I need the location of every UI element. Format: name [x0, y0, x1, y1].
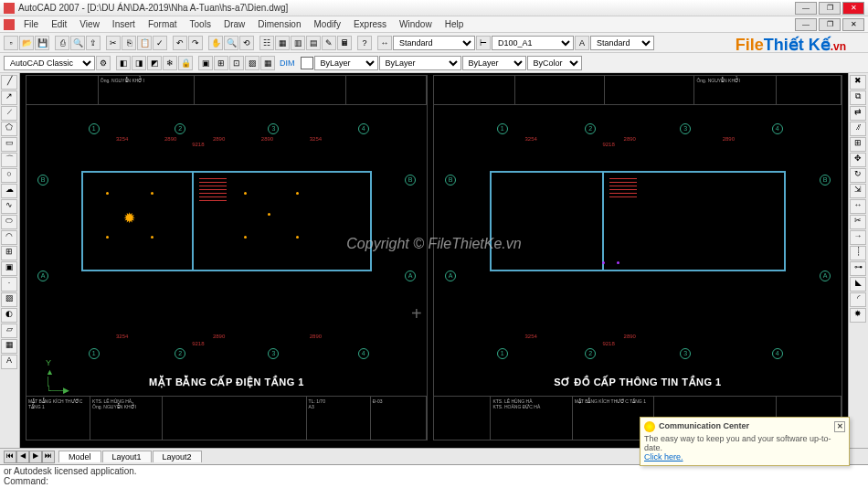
tab-layout2[interactable]: Layout2 [153, 451, 202, 462]
tab-last-icon[interactable]: ⏭ [42, 451, 55, 463]
doc-minimize-button[interactable]: — [795, 18, 817, 31]
sheet-set-icon[interactable]: ▤ [306, 36, 321, 50]
explode-icon[interactable]: ✸ [850, 308, 866, 323]
polyline-icon[interactable]: ⟋ [1, 106, 17, 121]
table-icon[interactable]: ▦ [260, 56, 275, 70]
markup-icon[interactable]: ✎ [322, 36, 336, 50]
help-icon[interactable]: ? [357, 36, 372, 50]
doc-maximize-button[interactable]: ❐ [819, 18, 841, 31]
tab-first-icon[interactable]: ⏮ [4, 451, 16, 463]
lineweight-select[interactable]: ByLayer [462, 56, 526, 70]
commcenter-close-button[interactable]: ✕ [834, 421, 845, 432]
dimstyle-select[interactable]: Standard [393, 36, 475, 50]
chamfer-icon[interactable]: ◣ [850, 277, 866, 292]
line-icon[interactable]: ╱ [1, 75, 17, 90]
tool-palettes-icon[interactable]: ▥ [291, 36, 305, 50]
linetype-select[interactable]: ByLayer [379, 56, 461, 70]
block-icon[interactable]: ▣ [198, 56, 213, 70]
hatch-icon[interactable]: ▨ [245, 56, 259, 70]
dim-style-icon[interactable]: ↔ [377, 36, 392, 50]
new-icon[interactable]: ▫ [4, 36, 18, 50]
array-icon[interactable]: ⊞ [850, 137, 866, 152]
arc-icon[interactable]: ⌒ [1, 153, 17, 167]
cut-icon[interactable]: ✂ [106, 36, 121, 50]
command-line[interactable]: or Autodesk licensed application. Comman… [0, 464, 868, 488]
match-icon[interactable]: ✓ [153, 36, 167, 50]
menu-view[interactable]: View [74, 18, 105, 30]
mtext-icon[interactable]: A [1, 355, 17, 369]
tab-next-icon[interactable]: ▶ [29, 451, 42, 463]
tab-prev-icon[interactable]: ◀ [16, 451, 29, 463]
dim-linear-icon[interactable]: ⊢ [476, 36, 491, 50]
polygon-icon[interactable]: ⬠ [1, 122, 17, 136]
layer-state-icon[interactable]: ◨ [132, 56, 146, 70]
move-icon[interactable]: ✥ [850, 153, 866, 167]
revcloud-icon[interactable]: ☁ [1, 184, 17, 198]
textstyle-select[interactable]: Standard [590, 36, 654, 50]
menu-insert[interactable]: Insert [107, 18, 141, 30]
annoscale-select[interactable]: D100_A1 [492, 36, 574, 50]
trim-icon[interactable]: ✂ [850, 215, 866, 229]
ellipse-icon[interactable]: ⬭ [1, 215, 17, 229]
scale-icon[interactable]: ⇲ [850, 184, 866, 198]
layer-icon[interactable]: ◧ [116, 56, 131, 70]
join-icon[interactable]: ⊶ [850, 261, 866, 276]
dim-toggle[interactable]: DIM [280, 58, 295, 68]
text-style-icon[interactable]: A [575, 36, 589, 50]
table2-icon[interactable]: ▦ [1, 339, 17, 354]
zoom-prev-icon[interactable]: ⟲ [239, 36, 254, 50]
menu-modify[interactable]: Modify [309, 18, 346, 30]
design-center-icon[interactable]: ▦ [275, 36, 290, 50]
stretch-icon[interactable]: ↔ [850, 199, 866, 214]
maximize-button[interactable]: ❐ [819, 2, 841, 15]
color-select[interactable]: ByLayer [314, 56, 378, 70]
tab-layout1[interactable]: Layout1 [102, 451, 152, 462]
insert-icon[interactable]: ⊞ [214, 56, 228, 70]
open-icon[interactable]: 📂 [19, 36, 34, 50]
zoom-icon[interactable]: 🔍 [224, 36, 238, 50]
menu-file[interactable]: File [18, 18, 44, 30]
print-icon[interactable]: ⎙ [55, 36, 69, 50]
layer-off-icon[interactable]: ◩ [147, 56, 162, 70]
doc-close-button[interactable]: ✕ [842, 18, 864, 31]
properties-icon[interactable]: ☷ [259, 36, 274, 50]
rectangle-icon[interactable]: ▭ [1, 137, 17, 152]
xline-icon[interactable]: ↗ [1, 90, 17, 105]
minimize-button[interactable]: — [795, 2, 817, 15]
layer-freeze-icon[interactable]: ❄ [163, 56, 177, 70]
tab-model[interactable]: Model [58, 451, 101, 462]
insert-block-icon[interactable]: ⊞ [1, 246, 17, 260]
menu-draw[interactable]: Draw [218, 18, 250, 30]
undo-icon[interactable]: ↶ [173, 36, 187, 50]
menu-edit[interactable]: Edit [46, 18, 72, 30]
plotstyle-select[interactable]: ByColor [527, 56, 582, 70]
circle-icon[interactable]: ○ [1, 168, 17, 183]
gradient-icon[interactable]: ◐ [1, 308, 17, 323]
mirror-icon[interactable]: ⇄ [850, 106, 866, 121]
commcenter-link[interactable]: Click here. [644, 452, 845, 461]
spline-icon[interactable]: ∿ [1, 199, 17, 214]
pan-icon[interactable]: ✋ [208, 36, 223, 50]
ellipse-arc-icon[interactable]: ◠ [1, 230, 17, 245]
xref-icon[interactable]: ⊡ [229, 56, 244, 70]
copy-icon[interactable]: ⎘ [122, 36, 136, 50]
close-button[interactable]: ✕ [842, 2, 864, 15]
copy2-icon[interactable]: ⧉ [850, 90, 866, 105]
save-icon[interactable]: 💾 [35, 36, 49, 50]
drawing-canvas[interactable]: Ông. NGUYỄN KHỞI 1 2 3 4 1 2 3 4 B A B A [20, 73, 848, 448]
rotate-icon[interactable]: ↻ [850, 168, 866, 183]
publish-icon[interactable]: ⇪ [86, 36, 101, 50]
menu-format[interactable]: Format [143, 18, 183, 30]
workspace-select[interactable]: AutoCAD Classic [4, 56, 95, 70]
extend-icon[interactable]: → [850, 230, 866, 245]
fillet-icon[interactable]: ◜ [850, 292, 866, 307]
point-icon[interactable]: · [1, 277, 17, 292]
preview-icon[interactable]: 🔍 [70, 36, 85, 50]
paste-icon[interactable]: 📋 [137, 36, 152, 50]
make-block-icon[interactable]: ▣ [1, 261, 17, 276]
menu-tools[interactable]: Tools [185, 18, 217, 30]
offset-icon[interactable]: ⫽ [850, 122, 866, 136]
redo-icon[interactable]: ↷ [188, 36, 203, 50]
break-icon[interactable]: ┊ [850, 246, 866, 260]
menu-help[interactable]: Help [439, 18, 470, 30]
